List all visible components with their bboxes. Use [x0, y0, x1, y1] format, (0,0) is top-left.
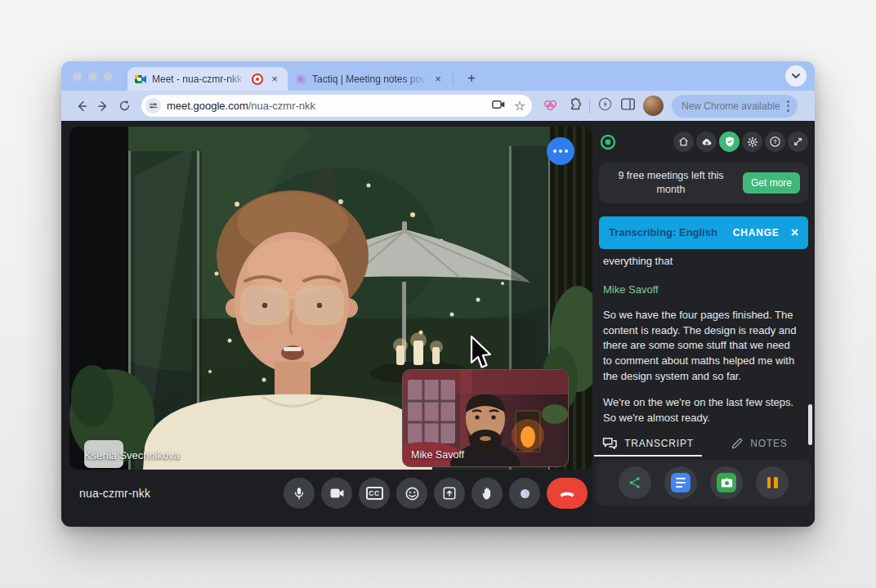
home-button[interactable]: [673, 131, 694, 152]
tactiq-header: ?: [592, 121, 815, 158]
screenshot-camera-icon: [717, 473, 736, 492]
minimize-window-button[interactable]: [88, 72, 97, 81]
tab-tactiq[interactable]: Tactiq | Meeting notes powe ×: [288, 67, 451, 91]
docs-icon: [671, 473, 691, 492]
address-bar[interactable]: meet.google.com /nua-czmr-nkk ☆: [141, 95, 532, 117]
forward-button[interactable]: [92, 96, 114, 117]
tactiq-sidebar: ? 9 free meetings left th: [592, 121, 815, 527]
end-call-button[interactable]: [547, 478, 588, 509]
tab-notes-label: NOTES: [750, 438, 787, 449]
participant-name-label: Mike Savoff: [411, 449, 464, 461]
screenshot-button[interactable]: [710, 466, 743, 499]
tab-notes[interactable]: NOTES: [704, 430, 815, 457]
transcript-line: everything that: [603, 254, 797, 270]
more-menu-icon[interactable]: [785, 99, 791, 114]
mic-icon: [292, 486, 306, 501]
reload-icon: [118, 99, 132, 113]
sidebar-tabs: TRANSCRIPT NOTES: [592, 430, 815, 457]
cloud-sync-button[interactable]: [696, 131, 717, 152]
tab-search-button[interactable]: [785, 65, 807, 87]
extension-pink-icon[interactable]: [543, 97, 559, 115]
zoom-window-button[interactable]: [104, 72, 113, 81]
pause-transcription-button[interactable]: [756, 466, 789, 499]
profile-avatar[interactable]: [643, 96, 664, 116]
pip-video-tile[interactable]: Mike Savoff: [402, 369, 569, 467]
tab-close-icon[interactable]: ×: [268, 73, 281, 86]
reload-button[interactable]: [114, 96, 135, 117]
share-icon: [628, 475, 642, 490]
extensions-puzzle-icon[interactable]: [566, 96, 582, 115]
mic-button[interactable]: [284, 478, 315, 509]
meetings-left-banner: 9 free meetings left this month Get more: [599, 163, 808, 203]
tab-meet[interactable]: Meet - nua-czmr-nkk ×: [127, 67, 288, 91]
transcript-speaker: Mike Savoff: [603, 283, 797, 298]
window-controls[interactable]: [73, 61, 113, 91]
export-to-docs-button[interactable]: [664, 466, 697, 499]
captions-button[interactable]: CC: [359, 478, 390, 509]
more-options-button[interactable]: [509, 478, 540, 509]
reactions-button[interactable]: [396, 478, 427, 509]
help-button[interactable]: ?: [765, 131, 785, 152]
smiley-icon: [404, 486, 420, 501]
meet-page: Ksenia Svechnikova: [61, 121, 815, 527]
chrome-update-button[interactable]: New Chrome available: [672, 95, 798, 118]
expand-diagonal-icon: [793, 136, 803, 147]
participant-name-label: Ksenia Svechnikova: [84, 449, 180, 461]
url-host: meet.google.com: [167, 100, 248, 112]
bookmark-star-icon[interactable]: ☆: [514, 100, 525, 113]
tab-capture-icon[interactable]: [492, 99, 506, 114]
settings-button[interactable]: [742, 131, 762, 152]
present-icon: [442, 486, 457, 501]
get-more-button[interactable]: Get more: [743, 172, 800, 194]
more-vertical-icon: [521, 489, 530, 498]
help-icon: ?: [769, 136, 781, 148]
meet-favicon: [134, 73, 147, 86]
tab-title: Meet - nua-czmr-nkk: [152, 74, 247, 85]
extension-bolt-icon[interactable]: [597, 96, 613, 115]
back-button[interactable]: [71, 96, 92, 117]
transcript-list[interactable]: everything thatMike SavoffSo we have the…: [592, 249, 815, 433]
transcript-line: So we have the four pages finished. The …: [603, 308, 797, 385]
back-arrow-icon: [74, 99, 89, 114]
tab-title: Tactiq | Meeting notes powe: [312, 74, 427, 85]
tab-close-icon[interactable]: ×: [431, 73, 445, 86]
side-panel-icon[interactable]: [620, 97, 636, 114]
privacy-shield-button[interactable]: [719, 131, 740, 152]
transcript-line: We're on the we're on the last few steps…: [603, 395, 797, 426]
expand-button[interactable]: [788, 131, 808, 152]
present-button[interactable]: [434, 478, 465, 509]
chrome-update-label: New Chrome available: [682, 100, 780, 112]
pause-icon: [767, 477, 778, 488]
recording-indicator-icon: [252, 74, 263, 85]
svg-text:?: ?: [773, 139, 776, 145]
site-settings-icon[interactable]: [145, 98, 161, 114]
change-language-button[interactable]: CHANGE: [733, 227, 780, 238]
main-video-tile[interactable]: Ksenia Svechnikova: [69, 127, 592, 470]
chat-bubble-icon[interactable]: [547, 137, 574, 165]
share-button[interactable]: [619, 466, 651, 499]
hand-icon: [480, 486, 494, 501]
close-window-button[interactable]: [73, 72, 82, 81]
toolbar-divider: [589, 99, 590, 114]
pencil-icon: [731, 437, 744, 450]
cloud-upload-icon: [701, 137, 713, 147]
shield-check-icon: [725, 136, 735, 147]
transcribing-banner: Transcribing: English CHANGE ×: [599, 216, 808, 249]
new-tab-button[interactable]: +: [462, 69, 481, 88]
tab-divider: [453, 73, 454, 86]
browser-toolbar: meet.google.com /nua-czmr-nkk ☆: [61, 91, 815, 121]
transcript-chat-icon: [602, 437, 618, 450]
meeting-code-label: nua-czmr-nkk: [79, 487, 150, 500]
url-path: /nua-czmr-nkk: [248, 100, 315, 112]
gear-icon: [747, 136, 758, 148]
captions-icon: CC: [366, 487, 383, 500]
meetings-left-text: 9 free meetings left this month: [607, 169, 735, 197]
tab-transcript[interactable]: TRANSCRIPT: [592, 430, 704, 457]
banner-close-icon[interactable]: ×: [791, 225, 798, 240]
camera-icon: [329, 487, 345, 500]
camera-button[interactable]: [321, 478, 352, 509]
raise-hand-button[interactable]: [472, 478, 503, 509]
browser-window: Meet - nua-czmr-nkk × Tactiq | Meeting n…: [61, 61, 815, 527]
sidebar-action-bar: [596, 460, 811, 506]
mouse-cursor: [469, 335, 494, 371]
